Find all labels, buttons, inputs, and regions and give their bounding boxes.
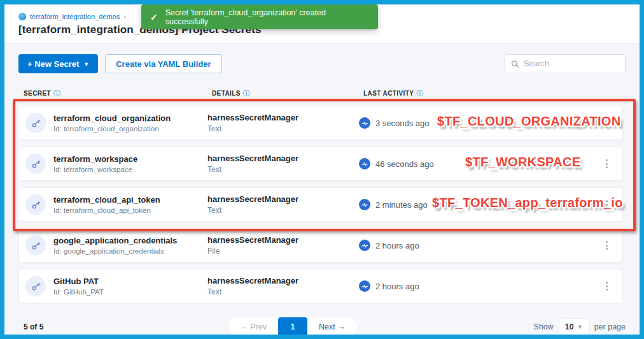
column-last-activity: LAST ACTIVITY ⓘ [363,89,554,98]
chevron-down-icon: ▼ [83,61,89,68]
search-box[interactable] [505,54,626,73]
activity-time: 3 seconds ago [375,119,430,128]
secret-manager: harnessSecretManager [207,276,359,285]
toolbar: + New Secret ▼ Create via YAML Builder [4,44,640,73]
row-menu-button[interactable] [597,117,616,129]
table-header: SECRET ⓘ DETAILS ⓘ LAST ACTIVITY ⓘ [4,89,640,98]
screenshot-frame: terraform_integration_demos › [terraform… [0,0,644,339]
column-details: DETAILS ⓘ [212,89,363,98]
secret-cell: terraform_workspace Id: terraform_worksp… [25,154,207,174]
secret-name: terraform_cloud_organization [53,113,171,123]
check-icon: ✓ [150,12,158,22]
activity-icon [359,240,370,251]
key-icon [25,113,46,133]
secret-type: Text [207,206,359,215]
row-count: 5 of 5 [24,322,260,331]
prev-page-button[interactable]: ← Prev [228,322,278,331]
row-menu-button[interactable] [597,199,616,211]
table-row[interactable]: google_application_credentials Id: googl… [18,228,623,263]
chevron-right-icon: › [123,13,125,20]
secret-id: Id: GitHub_PAT [53,288,104,296]
secret-manager: harnessSecretManager [207,235,359,245]
secret-cell: google_application_credentials Id: googl… [25,235,207,256]
activity-time: 2 hours ago [375,241,419,250]
secret-manager: harnessSecretManager [207,194,359,204]
activity-cell: 2 hours ago [359,240,480,251]
search-input[interactable] [524,59,619,68]
table-row[interactable]: terraform_cloud_organization Id: terrafo… [18,106,623,140]
activity-time: 2 minutes ago [375,200,428,210]
secret-type: Text [207,124,359,133]
activity-cell: 2 hours ago [359,280,480,292]
table-row[interactable]: terraform_workspace Id: terraform_worksp… [18,147,623,181]
page-size-control: Show 10 ▼ per page [533,319,626,335]
key-icon [25,276,46,296]
secrets-page: terraform_integration_demos › [terraform… [4,4,640,335]
activity-time: 2 hours ago [375,282,419,291]
next-page-button[interactable]: Next → [307,322,357,331]
secret-type: Text [207,287,359,296]
new-secret-label: + New Secret [27,59,79,69]
yaml-builder-button[interactable]: Create via YAML Builder [105,54,221,73]
secret-name: terraform_cloud_api_token [53,195,160,205]
row-menu-button[interactable] [597,158,616,170]
details-cell: harnessSecretManager Text [207,113,359,133]
per-page-label: per page [594,322,626,331]
activity-cell: 2 minutes ago [359,199,480,210]
info-icon[interactable]: ⓘ [243,89,250,98]
secret-cell: GitHub PAT Id: GitHub_PAT [25,276,207,296]
success-toast: ✓ Secret 'terraform_cloud_organization' … [141,4,378,29]
activity-icon [359,158,370,170]
secret-id: Id: terraform_cloud_api_token [53,206,160,214]
row-menu-button[interactable] [597,240,616,252]
page-size-select[interactable]: 10 ▼ [559,319,589,335]
column-secret: SECRET ⓘ [24,89,212,98]
key-icon [25,154,46,174]
details-cell: harnessSecretManager Text [207,194,359,215]
chevron-down-icon: ▼ [577,324,583,330]
show-label: Show [533,322,553,331]
key-icon [25,235,46,256]
secret-id: Id: terraform_workspace [53,166,137,173]
activity-cell: 3 seconds ago [359,117,480,129]
secret-manager: harnessSecretManager [207,154,359,163]
secrets-list: terraform_cloud_organization Id: terrafo… [4,106,640,303]
secret-type: Text [207,165,359,174]
breadcrumb-project-link[interactable]: terraform_integration_demos [30,13,120,20]
secret-cell: terraform_cloud_api_token Id: terraform_… [25,194,207,215]
details-cell: harnessSecretManager Text [207,276,359,296]
details-cell: harnessSecretManager File [207,235,359,256]
pager: ← Prev 1 Next → [228,317,356,335]
toast-message: Secret 'terraform_cloud_organization' cr… [165,8,369,26]
info-icon[interactable]: ⓘ [416,89,423,98]
secret-id: Id: terraform_cloud_organization [53,125,171,133]
search-icon [511,60,519,68]
table-row[interactable]: GitHub PAT Id: GitHub_PAT harnessSecretM… [18,269,623,303]
secret-name: GitHub PAT [53,277,104,286]
row-menu-button[interactable] [597,280,616,292]
activity-icon [359,117,370,129]
info-icon[interactable]: ⓘ [53,89,60,98]
secret-manager: harnessSecretManager [207,113,359,122]
activity-icon [359,280,370,292]
table-row[interactable]: terraform_cloud_api_token Id: terraform_… [18,187,623,222]
page-1-button[interactable]: 1 [278,317,307,335]
project-icon [18,13,26,20]
secret-id: Id: google_application_credentials [53,247,177,255]
secret-type: File [207,247,359,256]
table-footer: 5 of 5 ← Prev 1 Next → Show 10 ▼ per pag… [4,310,640,335]
secret-name: google_application_credentials [53,236,177,245]
activity-time: 46 seconds ago [375,159,434,169]
secret-name: terraform_workspace [53,154,137,164]
activity-icon [359,199,370,210]
secret-cell: terraform_cloud_organization Id: terrafo… [25,113,207,133]
new-secret-button[interactable]: + New Secret ▼ [18,54,98,73]
activity-cell: 46 seconds ago [359,158,480,170]
details-cell: harnessSecretManager Text [207,154,359,174]
key-icon [25,194,46,215]
